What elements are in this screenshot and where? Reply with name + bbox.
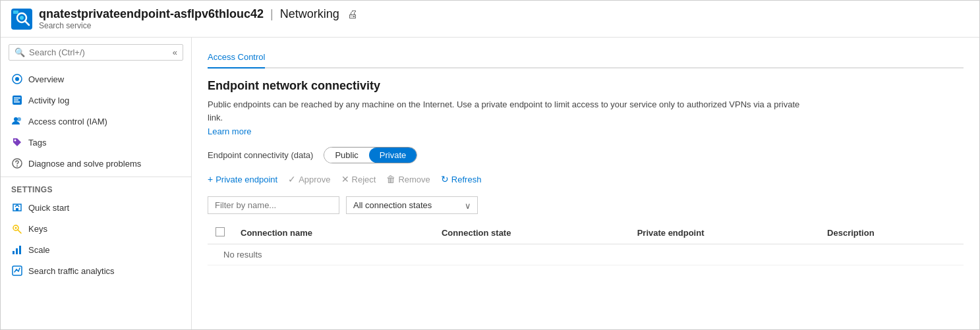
collapse-icon[interactable]: « [173,47,177,57]
sidebar-item-tags[interactable]: Tags [1,132,191,153]
svg-rect-10 [14,101,20,103]
app-container: qnatestprivateendpoint-asflpv6thlouc42 |… [0,0,980,330]
tab-access-control[interactable]: Access Control [208,48,265,69]
sidebar-item-iam-label: Access control (IAM) [28,117,107,126]
sidebar-item-overview[interactable]: Overview [1,69,191,90]
sidebar-item-search-traffic-label: Search traffic analytics [28,266,115,276]
toolbar: + Private endpoint ✓ Approve ✕ Reject 🗑 … [208,171,964,187]
column-header-description: Description [819,222,964,244]
svg-rect-4 [13,11,18,14]
svg-point-12 [17,117,21,121]
content-area: Access Control Endpoint network connecti… [192,38,979,329]
add-private-endpoint-button[interactable]: + Private endpoint [208,171,277,187]
resource-icon [11,9,32,30]
sidebar-item-search-traffic[interactable]: Search traffic analytics [1,260,191,281]
quickstart-icon [11,202,23,213]
no-results-text: No results [216,243,270,266]
sidebar-item-activity-log[interactable]: Activity log [1,90,191,111]
sidebar-item-iam[interactable]: Access control (IAM) [1,111,191,132]
no-results-row: No results [208,244,964,265]
section-description: Public endpoints can be reached by any m… [208,98,801,124]
tags-icon [11,136,23,148]
sidebar-item-activity-log-label: Activity log [28,96,69,105]
search-icon: 🔍 [14,47,25,57]
diagnose-icon [11,157,23,169]
sidebar-item-diagnose-label: Diagnose and solve problems [28,159,141,169]
search-traffic-icon [11,265,23,277]
sidebar-item-keys-label: Keys [28,224,47,234]
main-layout: 🔍 « Overview Activity log [1,38,979,329]
connectivity-label: Endpoint connectivity (data) [208,150,313,160]
header: qnatestprivateendpoint-asflpv6thlouc42 |… [1,1,979,38]
filter-input[interactable] [208,196,339,214]
remove-icon: 🗑 [386,174,395,184]
page-title: Networking [280,7,339,21]
states-select[interactable]: All connection states Approved Pending R… [346,196,478,214]
search-input[interactable] [29,47,148,57]
sidebar-item-scale[interactable]: Scale [1,239,191,260]
refresh-icon: ↻ [441,174,449,184]
svg-point-3 [20,16,24,20]
sidebar-item-overview-label: Overview [28,74,64,84]
iam-icon [11,115,23,127]
svg-point-6 [15,77,19,81]
sidebar-item-quickstart-label: Quick start [28,203,69,213]
table-header-checkbox-col [208,222,233,244]
column-header-private-endpoint: Private endpoint [629,222,819,244]
sidebar-item-diagnose[interactable]: Diagnose and solve problems [1,153,191,174]
toggle-public[interactable]: Public [324,148,368,163]
tab-bar: Access Control [208,48,964,69]
header-left: qnatestprivateendpoint-asflpv6thlouc42 |… [39,7,358,30]
sidebar-item-scale-label: Scale [28,245,50,255]
svg-rect-9 [14,99,18,101]
activity-log-icon [11,94,23,106]
filter-row: All connection states Approved Pending R… [208,196,964,214]
connections-table: Connection name Connection state Private… [208,222,964,265]
approve-button[interactable]: ✓ Approve [288,171,330,187]
column-header-connection-name: Connection name [233,222,434,244]
print-icon[interactable]: 🖨 [347,9,358,20]
svg-point-14 [16,165,18,167]
overview-icon [11,73,23,85]
reject-button[interactable]: ✕ Reject [341,171,376,187]
sidebar-item-keys[interactable]: Keys [1,218,191,239]
header-title-row: qnatestprivateendpoint-asflpv6thlouc42 |… [39,7,358,21]
approve-icon: ✓ [288,174,296,184]
search-box[interactable]: 🔍 « [9,44,183,61]
connectivity-toggle: Public Private [324,147,417,163]
add-icon: + [208,174,213,184]
resource-name: qnatestprivateendpoint-asflpv6thlouc42 [39,7,264,21]
keys-icon [11,223,23,234]
sidebar-item-quickstart[interactable]: Quick start [1,197,191,218]
svg-rect-20 [19,246,21,254]
svg-rect-18 [13,251,14,254]
remove-button[interactable]: 🗑 Remove [386,171,430,187]
reject-icon: ✕ [341,174,349,184]
connectivity-row: Endpoint connectivity (data) Public Priv… [208,147,964,163]
svg-rect-8 [14,97,20,99]
learn-more-link[interactable]: Learn more [208,126,251,136]
header-separator: | [270,7,274,21]
service-label: Search service [39,21,358,30]
header-checkbox[interactable] [216,227,225,236]
sidebar-item-tags-label: Tags [28,138,46,148]
refresh-button[interactable]: ↻ Refresh [441,171,482,187]
section-title: Endpoint network connectivity [208,79,964,93]
settings-section-title: Settings [1,177,191,197]
column-header-connection-state: Connection state [434,222,629,244]
states-select-wrapper: All connection states Approved Pending R… [346,196,478,214]
svg-rect-19 [16,248,18,254]
sidebar: 🔍 « Overview Activity log [1,38,192,329]
svg-point-17 [15,227,17,229]
svg-rect-15 [16,208,18,211]
scale-icon [11,244,23,256]
toggle-private[interactable]: Private [369,148,417,163]
svg-point-13 [14,140,16,142]
